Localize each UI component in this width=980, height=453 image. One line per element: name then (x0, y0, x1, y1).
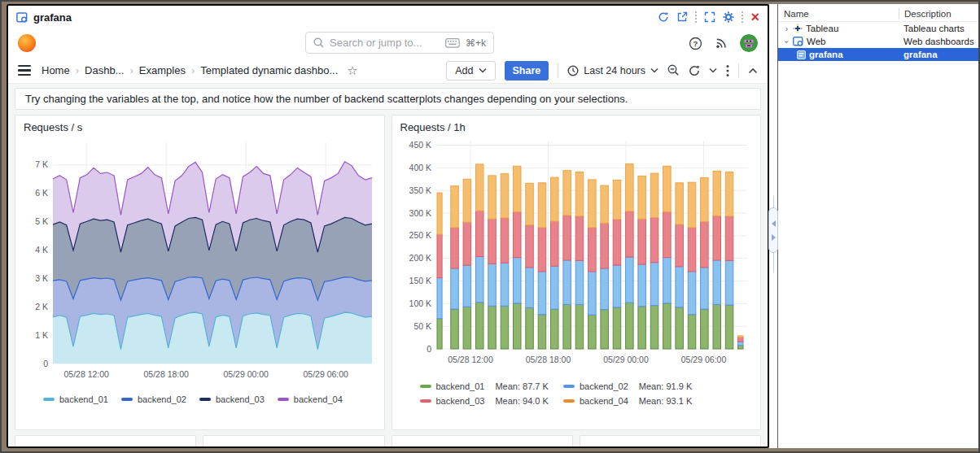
requests-per-1h-legend: backend_01Mean: 87.7 Kbackend_02Mean: 91… (400, 380, 753, 409)
grafana-logo[interactable] (18, 34, 36, 52)
legend-item-backend_01[interactable]: backend_01Mean: 87.7 K (420, 381, 549, 391)
grafana-window: grafana × (7, 4, 769, 448)
svg-text:100 K: 100 K (409, 298, 431, 308)
column-header-name[interactable]: Name (778, 9, 899, 19)
legend-line: backend_01Mean: 87.7 Kbackend_02Mean: 91… (420, 380, 753, 391)
settings-gear-icon[interactable] (723, 11, 734, 23)
svg-text:05/28 12:00: 05/28 12:00 (448, 355, 493, 364)
menu-hamburger-icon[interactable] (18, 65, 31, 76)
tree-row-web[interactable]: ›WebWeb dashboards (778, 35, 978, 48)
breadcrumb-item[interactable]: Home (42, 64, 70, 76)
expand-icon[interactable] (704, 11, 715, 23)
legend-label: backend_04 (580, 396, 628, 406)
legend-item-backend_03[interactable]: backend_03Mean: 94.0 K (420, 396, 549, 406)
legend-label: backend_01 (59, 394, 108, 404)
legend-item-backend_02[interactable]: backend_02Mean: 91.9 K (563, 381, 692, 391)
panel-splitter[interactable] (768, 207, 778, 253)
chevron-expanded-icon[interactable]: › (782, 37, 791, 46)
breadcrumb-item[interactable]: Examples (139, 64, 186, 76)
legend-item-backend_04[interactable]: backend_04Mean: 93.1 K (563, 396, 692, 406)
search-input[interactable]: Search or jump to... ⌘+k (305, 32, 494, 54)
svg-text:150 K: 150 K (409, 276, 431, 285)
breadcrumb-item[interactable]: Dashb... (85, 64, 124, 76)
svg-text:0: 0 (43, 359, 48, 368)
legend-item-backend_04[interactable]: backend_04 (278, 394, 343, 404)
legend-item-backend_02[interactable]: backend_02 (121, 394, 186, 404)
user-avatar[interactable] (740, 34, 758, 52)
window-app-icon (16, 12, 28, 23)
open-external-icon[interactable] (676, 11, 688, 23)
close-icon[interactable]: × (750, 11, 759, 23)
breadcrumb-separator: › (129, 64, 133, 76)
column-header-description[interactable]: Description (899, 8, 978, 20)
svg-text:4 K: 4 K (35, 245, 48, 255)
tree-row-grafana[interactable]: grafanagrafana (778, 48, 978, 61)
expand-right-icon[interactable] (772, 234, 776, 241)
legend-mean: Mean: 93.1 K (639, 396, 692, 406)
collapse-toolbar-icon[interactable] (748, 68, 758, 74)
svg-text:0: 0 (427, 344, 431, 354)
tree-row-tableau[interactable]: ›TableauTableau charts (778, 22, 978, 35)
search-icon (313, 37, 324, 48)
legend-swatch (43, 398, 55, 401)
legend-swatch (121, 398, 133, 401)
help-icon[interactable]: ? (689, 37, 702, 50)
panel-requests-per-1h: Requests / 1h 050 K100 K150 K200 K250 K3… (392, 115, 762, 430)
search-shortcut: ⌘+k (466, 37, 486, 49)
controls-divider (742, 11, 743, 23)
legend-swatch (199, 398, 211, 401)
legend-label: backend_02 (138, 394, 186, 404)
chevron-down-icon (650, 68, 658, 73)
svg-text:400 K: 400 K (409, 163, 431, 172)
time-range-picker[interactable]: Last 24 hours (567, 65, 658, 76)
breadcrumb: Home›Dashb...›Examples›Templated dynamic… (42, 64, 338, 76)
breadcrumb-item[interactable]: Templated dynamic dashbo... (200, 64, 338, 76)
requests-per-s-chart[interactable]: 01 K2 K3 K4 K5 K6 K7 K05/28 12:0005/28 1… (24, 134, 376, 394)
legend-label: backend_03 (436, 396, 485, 406)
window-title: grafana (33, 11, 72, 24)
next-row-panels (15, 435, 761, 446)
svg-text:1 K: 1 K (35, 330, 48, 340)
refresh-icon[interactable] (689, 65, 700, 76)
breadcrumb-separator: › (76, 64, 79, 76)
svg-text:6 K: 6 K (35, 188, 48, 198)
refresh-interval-chevron-icon[interactable] (709, 68, 717, 73)
panel-requests-per-s: Requests / s 01 K2 K3 K4 K5 K6 K7 K05/28… (15, 115, 385, 430)
legend-mean: Mean: 94.0 K (495, 396, 548, 406)
dashboard-toolbar: Home›Dashb...›Examples›Templated dynamic… (8, 58, 768, 83)
partial-panel (203, 435, 384, 446)
sync-icon[interactable] (658, 11, 669, 23)
kebab-menu-icon[interactable] (726, 64, 729, 77)
legend-item-backend_03[interactable]: backend_03 (199, 394, 265, 404)
legend-label: backend_03 (216, 394, 265, 404)
window-titlebar: grafana × (8, 6, 768, 28)
legend-item-backend_01[interactable]: backend_01 (43, 394, 108, 404)
partial-panel (15, 435, 196, 446)
tableau-icon (793, 24, 803, 33)
svg-text:3 K: 3 K (35, 273, 48, 283)
legend-label: backend_01 (436, 381, 485, 391)
requests-per-1h-chart[interactable]: 050 K100 K150 K200 K250 K300 K350 K400 K… (400, 134, 753, 380)
panel-title[interactable]: Requests / s (24, 121, 376, 133)
share-button[interactable]: Share (505, 61, 549, 81)
charts-row: Requests / s 01 K2 K3 K4 K5 K6 K7 K05/28… (15, 115, 761, 430)
splitter-gap (769, 4, 777, 448)
svg-text:05/29 00:00: 05/29 00:00 (223, 369, 269, 379)
svg-text:05/29 06:00: 05/29 06:00 (303, 369, 348, 379)
add-button[interactable]: Add (446, 61, 495, 81)
svg-text:300 K: 300 K (409, 208, 431, 218)
zoom-out-icon[interactable] (667, 64, 680, 76)
legend-mean: Mean: 87.7 K (495, 381, 548, 391)
tree-row-description: grafana (899, 50, 978, 59)
svg-text:05/28 18:00: 05/28 18:00 (525, 355, 571, 364)
legend-swatch (420, 399, 431, 403)
chevron-collapsed-icon[interactable]: › (781, 24, 792, 33)
favorite-star-icon[interactable]: ☆ (347, 63, 357, 78)
catalog-panel: Name Description ›TableauTableau charts›… (777, 4, 978, 448)
partial-panel (392, 435, 573, 446)
catalog-rows: ›TableauTableau charts›WebWeb dashboards… (778, 22, 978, 61)
news-icon[interactable] (715, 37, 728, 50)
panel-title[interactable]: Requests / 1h (400, 121, 753, 133)
collapse-left-icon[interactable] (772, 220, 776, 227)
catalog-header: Name Description (778, 6, 978, 22)
